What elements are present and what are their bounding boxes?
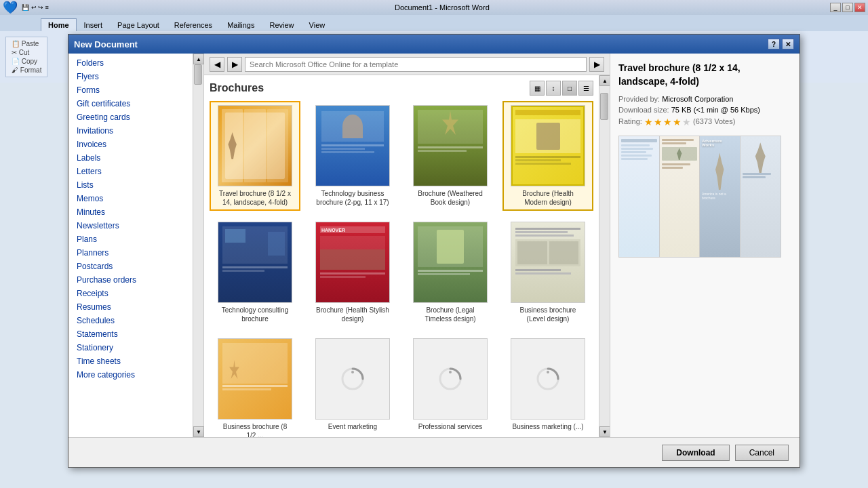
template-item-business-half[interactable]: Business brochure (8 1/2 ...	[210, 334, 300, 437]
view-list-button[interactable]: ☰	[578, 81, 593, 96]
provided-by-value: Microsoft Corporation	[662, 95, 733, 103]
templates-scroll-thumb[interactable]	[600, 93, 608, 120]
sidebar-item-flyers[interactable]: Flyers	[68, 70, 193, 83]
sidebar-item-statements[interactable]: Statements	[68, 327, 193, 341]
forward-button[interactable]: ▶	[227, 57, 242, 72]
sidebar-item-plans[interactable]: Plans	[68, 232, 193, 246]
template-thumb-health-modern	[511, 105, 585, 186]
votes-count: (6373 Votes)	[693, 117, 735, 125]
search-input[interactable]	[245, 57, 587, 72]
templates-section-title: Brochures	[210, 82, 530, 94]
dialog-help-button[interactable]: ?	[768, 39, 780, 49]
sidebar-item-folders[interactable]: Folders	[68, 56, 193, 70]
template-item-tech-business[interactable]: Technology business brochure (2-pg, 11 x…	[307, 101, 398, 211]
template-grid: Travel brochure (8 1/2 x 14, landscape, …	[210, 101, 593, 437]
sidebar-item-purchase-orders[interactable]: Purchase orders	[68, 273, 193, 287]
format-painter-button[interactable]: 🖌 Format	[12, 66, 41, 74]
paste-button[interactable]: 📋 Paste	[12, 40, 41, 47]
sidebar-item-memos[interactable]: Memos	[68, 192, 193, 205]
search-go-button[interactable]: ▶	[589, 57, 604, 72]
templates-scroll-up-button[interactable]: ▲	[599, 75, 610, 86]
sidebar-item-stationery[interactable]: Stationery	[68, 341, 193, 354]
templates-panel: Brochures ▦ ↕ □ ☰	[204, 75, 599, 437]
template-item-legal-timeless[interactable]: Brochure (Legal Timeless design)	[405, 218, 496, 327]
sidebar-scroll-down-button[interactable]: ▼	[193, 426, 204, 437]
download-size-label: Download size:	[618, 106, 669, 114]
sidebar-item-lists[interactable]: Lists	[68, 178, 193, 192]
templates-scroll-track[interactable]	[599, 86, 610, 426]
template-thumb-business-half	[218, 338, 292, 420]
templates-main: ◀ ▶ ▶ Brochures ▦ ↕ □ ☰	[204, 54, 610, 437]
download-button[interactable]: Download	[662, 445, 729, 461]
template-label-tech-consulting: Technology consulting brochure	[218, 306, 292, 323]
template-item-event-marketing[interactable]: Event marketing	[307, 334, 398, 437]
sidebar-item-gift-certificates[interactable]: Gift certificates	[68, 97, 193, 110]
template-thumb-event-marketing	[315, 338, 390, 420]
template-label-health-modern: Brochure (Health Modern design)	[511, 189, 585, 207]
template-item-business-marketing[interactable]: Business marketing (...)	[502, 334, 593, 437]
copy-button[interactable]: 📄 Copy	[12, 58, 41, 65]
template-item-health-modern[interactable]: Brochure (Health Modern design)	[502, 101, 593, 211]
sidebar-item-forms[interactable]: Forms	[68, 83, 193, 97]
dialog-close-button[interactable]: ✕	[782, 39, 794, 49]
tab-home[interactable]: Home	[41, 18, 77, 31]
template-label-tech-business: Technology business brochure (2-pg, 11 x…	[315, 189, 390, 207]
template-item-professional-services[interactable]: Professional services	[405, 334, 496, 437]
maximize-button[interactable]: □	[842, 3, 853, 12]
tab-mailings[interactable]: Mailings	[220, 18, 262, 31]
minimize-button[interactable]: _	[830, 3, 841, 12]
sidebar-scroll-thumb[interactable]	[194, 64, 202, 85]
tab-review[interactable]: Review	[262, 18, 301, 31]
sidebar-item-invitations[interactable]: Invitations	[68, 124, 193, 138]
view-small-button[interactable]: ▦	[530, 81, 545, 96]
template-item-business-level[interactable]: Business brochure (Level design)	[502, 218, 593, 327]
star-rating: ★ ★ ★ ★ ★	[644, 117, 691, 127]
template-item-health-stylish[interactable]: HANOVER	[307, 218, 398, 327]
template-label-business-half: Business brochure (8 1/2 ...	[218, 422, 292, 437]
template-preview-image: AdventureWorks America is not abrochure	[618, 136, 781, 258]
templates-scrollbar: ▲ ▼	[599, 75, 610, 437]
tab-view[interactable]: View	[302, 18, 333, 31]
template-label-business-marketing: Business marketing (...)	[511, 422, 585, 431]
star-4: ★	[673, 117, 682, 127]
template-thumb-professional-services	[413, 338, 488, 420]
sidebar-scroll-up-button[interactable]: ▲	[193, 54, 204, 64]
sidebar-item-invoices[interactable]: Invoices	[68, 138, 193, 151]
brochure-preview: AdventureWorks America is not abrochure	[619, 136, 781, 257]
svg-point-3	[449, 371, 452, 373]
templates-scroll-down-button[interactable]: ▼	[599, 426, 610, 437]
sidebar-item-newsletters[interactable]: Newsletters	[68, 219, 193, 232]
sidebar-item-greeting-cards[interactable]: Greeting cards	[68, 110, 193, 124]
template-label-weathered: Brochure (Weathered Book design)	[413, 189, 488, 207]
sidebar-item-minutes[interactable]: Minutes	[68, 205, 193, 219]
template-thumb-tech-business	[315, 105, 390, 186]
back-button[interactable]: ◀	[210, 57, 224, 72]
clipboard-group: 📋 Paste ✂ Cut 📄 Copy 🖌 Format	[5, 37, 47, 77]
template-thumb-business-level	[511, 222, 585, 303]
sidebar-item-time-sheets[interactable]: Time sheets	[68, 354, 193, 368]
star-5-empty: ★	[682, 117, 691, 127]
tab-insert[interactable]: Insert	[77, 18, 111, 31]
template-item-tech-consulting[interactable]: Technology consulting brochure	[210, 218, 300, 327]
sidebar-item-more-categories[interactable]: More categories	[68, 368, 193, 382]
sidebar-item-planners[interactable]: Planners	[68, 246, 193, 260]
sidebar-item-resumes[interactable]: Resumes	[68, 300, 193, 314]
sidebar-item-postcards[interactable]: Postcards	[68, 260, 193, 273]
star-3: ★	[663, 117, 672, 127]
cancel-button[interactable]: Cancel	[735, 445, 789, 461]
sidebar-item-labels[interactable]: Labels	[68, 151, 193, 165]
sidebar-item-receipts[interactable]: Receipts	[68, 287, 193, 300]
cut-button[interactable]: ✂ Cut	[12, 49, 41, 56]
dialog-title-text: New Document	[74, 39, 768, 49]
tab-page-layout[interactable]: Page Layout	[110, 18, 167, 31]
view-large-button[interactable]: □	[562, 81, 577, 96]
view-sort-button[interactable]: ↕	[546, 81, 561, 96]
template-item-weathered[interactable]: Brochure (Weathered Book design)	[405, 101, 496, 211]
templates-area: Brochures ▦ ↕ □ ☰	[204, 75, 610, 437]
loading-spinner-icon	[339, 365, 366, 392]
template-item-travel-brochure[interactable]: Travel brochure (8 1/2 x 14, landscape, …	[210, 101, 300, 211]
tab-references[interactable]: References	[167, 18, 220, 31]
sidebar-item-letters[interactable]: Letters	[68, 165, 193, 178]
sidebar-item-schedules[interactable]: Schedules	[68, 314, 193, 327]
close-button[interactable]: ✕	[854, 3, 865, 12]
